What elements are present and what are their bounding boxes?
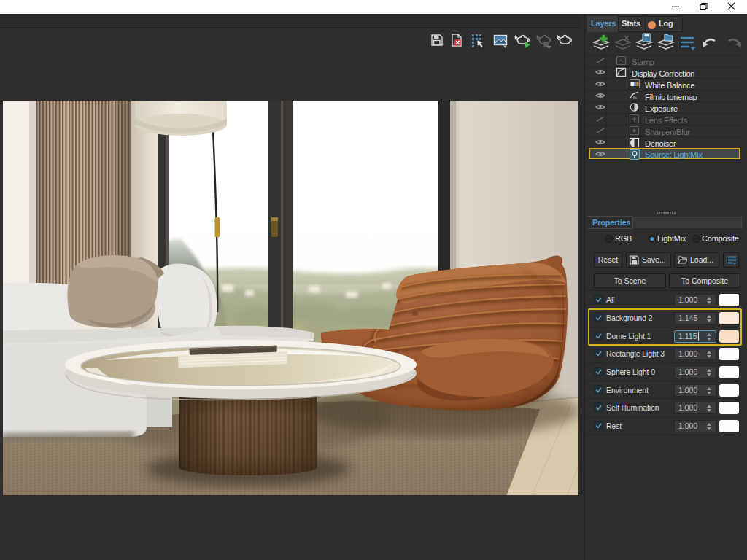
svg-text:fs: fs [633, 96, 637, 100]
